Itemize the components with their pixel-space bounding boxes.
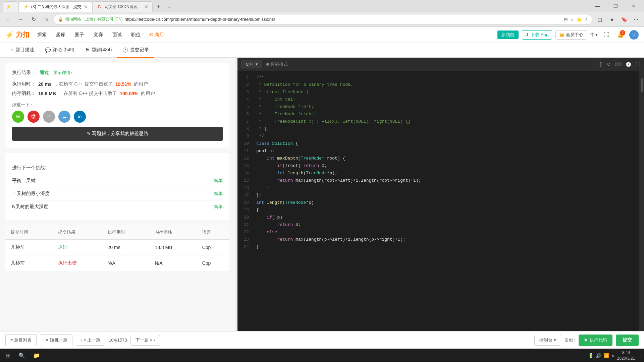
- tab-close-csdn[interactable]: ✕: [144, 4, 148, 9]
- nav-circle[interactable]: 圈子: [73, 32, 86, 38]
- table-row: 几秒前 执行出错 N/A N/A Cpp: [5, 255, 229, 271]
- scroll-thumb[interactable]: [641, 78, 643, 92]
- share-weibo[interactable]: 微: [28, 111, 40, 123]
- sub-mem-2: N/A: [149, 255, 197, 271]
- share-person[interactable]: P: [43, 111, 55, 123]
- lc-logo[interactable]: ⚡ 力扣: [5, 30, 29, 39]
- clock-code-icon[interactable]: 🕐: [626, 62, 631, 67]
- lc-logo-text: 力扣: [16, 30, 29, 39]
- vip-button[interactable]: 👑 会员中心: [555, 30, 587, 40]
- nav-shop[interactable]: 🏷 商店: [149, 32, 164, 38]
- main-content: 执行结果： 通过 显示详情 › 执行用时： 20 ms ，在所有 C++ 提交中…: [0, 58, 644, 331]
- favorites-button[interactable]: ★: [606, 14, 617, 25]
- tab-new-button[interactable]: +: [153, 1, 165, 12]
- refresh-code-icon[interactable]: ↺: [607, 62, 611, 67]
- language-selector[interactable]: C++ ▾: [241, 60, 262, 68]
- chevron-up-icon[interactable]: ∧: [611, 353, 614, 358]
- tab-csdn[interactable]: C 写文章-CSDN博客 ✕: [92, 1, 153, 12]
- crown-icon: 👑: [559, 32, 565, 37]
- challenge-name-3[interactable]: N叉树的最大深度: [12, 204, 48, 210]
- read-mode-icon[interactable]: ⊟: [564, 17, 568, 22]
- fullscreen-icon[interactable]: ⛶: [635, 62, 640, 67]
- nav-job[interactable]: 职位: [130, 32, 142, 38]
- chevron-down-icon: ▾: [256, 62, 258, 67]
- bookmark-icon[interactable]: ☆: [570, 17, 574, 22]
- sidebar-toggle[interactable]: ◫: [594, 14, 605, 25]
- run-code-button[interactable]: ▶ 执行代码: [579, 335, 612, 346]
- nav-interview[interactable]: 面试: [111, 32, 123, 38]
- maximize-button[interactable]: ❐: [608, 0, 623, 12]
- challenge-name-1[interactable]: 平衡二叉树: [12, 178, 36, 184]
- tab-favicon: ⚡: [6, 4, 11, 9]
- smart-mode-toggle[interactable]: 智能模式: [266, 61, 288, 67]
- settings-button[interactable]: ⋯: [631, 14, 641, 25]
- write-solution-button[interactable]: ✎ 写题解，分享我的解题思路: [12, 127, 223, 141]
- collections-button[interactable]: 🔖: [619, 14, 629, 25]
- tab-title-active: (3) 二叉树的最大深度 - 提交: [31, 4, 81, 10]
- nav-problems[interactable]: 题库: [55, 32, 67, 38]
- tab-active[interactable]: ⚡ (3) 二叉树的最大深度 - 提交 ✕: [19, 1, 92, 12]
- tab-comments[interactable]: 💬 评论 (549): [40, 43, 80, 58]
- collections-icon[interactable]: ⭐: [576, 17, 582, 22]
- nav-explore[interactable]: 探索: [36, 32, 48, 38]
- notification-center-icon[interactable]: ☐: [638, 353, 641, 358]
- random-problem-button[interactable]: ✕ 随机一题: [40, 334, 72, 346]
- address-input[interactable]: 🔒 领扣网络（上海）有限公司 [CN] https://leetcode-cn.…: [54, 14, 592, 25]
- share-wechat[interactable]: W: [12, 111, 24, 123]
- terminal-icon[interactable]: ⌨: [615, 62, 622, 67]
- comment-icon: 💬: [45, 47, 51, 53]
- system-clock[interactable]: 8:49 2020/3/21: [617, 350, 635, 361]
- sub-time-1: 几秒前: [5, 240, 53, 255]
- taskbar: ⊞ 🔍 📁 🔋 🔊 📶 ∧ 8:49 2020/3/21 ☐: [0, 349, 644, 362]
- error-link-1[interactable]: 执行出错: [58, 260, 77, 265]
- notification-bell[interactable]: 🔔 3: [615, 29, 626, 40]
- back-button[interactable]: ←: [3, 14, 13, 25]
- prev-problem-button[interactable]: ‹ < 上一题: [76, 335, 106, 346]
- code-content[interactable]: /** * Definition for a binary tree node.…: [252, 71, 639, 331]
- tab-solutions[interactable]: ⚑ 题解(484): [80, 43, 117, 58]
- problem-list-button[interactable]: ≡ 题目列表: [5, 334, 37, 346]
- tab-pinned[interactable]: ⚡: [3, 1, 19, 12]
- chevron-right-icon: ›: [154, 338, 155, 343]
- info-icon[interactable]: i: [595, 62, 596, 67]
- share-icon[interactable]: ↗: [584, 17, 588, 22]
- download-app-button[interactable]: ⬇ 下载 App: [522, 30, 552, 40]
- code-format-icon[interactable]: {}: [600, 62, 603, 67]
- next-problem-button[interactable]: 下一题 > ›: [130, 335, 160, 346]
- submission-table-card: 提交时间 提交结果 执行用时 内存消耗 语言 几秒前 通过 20: [5, 225, 229, 271]
- minimize-button[interactable]: —: [590, 0, 605, 12]
- panel-divider[interactable]: [235, 58, 237, 331]
- volume-icon: 🔊: [596, 353, 601, 358]
- challenge-name-2[interactable]: 二叉树的最小深度: [12, 191, 50, 197]
- home-button[interactable]: ⌂: [41, 14, 52, 25]
- close-button[interactable]: ✕: [626, 0, 641, 12]
- new-feature-button[interactable]: 新功能: [497, 31, 519, 39]
- contribute-button[interactable]: 贡献 i: [565, 337, 576, 343]
- vertical-scrollbar[interactable]: [639, 71, 644, 331]
- start-button[interactable]: ⊞: [3, 349, 14, 362]
- line-numbers: 123456789101112131415161718192021222324: [237, 71, 252, 331]
- nav-contest[interactable]: 竞赛: [92, 32, 104, 38]
- pass-link-1[interactable]: 通过: [58, 244, 67, 250]
- console-button[interactable]: 控制台 ▾: [534, 335, 561, 346]
- user-avatar[interactable]: U: [629, 30, 639, 40]
- result-detail-link[interactable]: 显示详情 ›: [53, 70, 72, 76]
- cortana-button[interactable]: 🔍: [15, 349, 29, 362]
- mem-value: 18.8 MB: [38, 91, 56, 96]
- tab-close-active[interactable]: ✕: [84, 4, 88, 9]
- tab-problem-desc[interactable]: ≡ 题目描述: [5, 43, 40, 58]
- forward-button[interactable]: →: [15, 14, 26, 25]
- share-cloud[interactable]: ☁: [58, 111, 70, 123]
- clock-icon: 🕐: [122, 47, 128, 53]
- tab-favicon-csdn: C: [97, 4, 102, 9]
- file-explorer[interactable]: 📁: [30, 349, 43, 362]
- result-header: 执行结果： 通过 显示详情 ›: [12, 70, 223, 76]
- tab-chevron-button[interactable]: ⌄: [165, 1, 173, 12]
- result-label: 执行结果：: [12, 70, 36, 76]
- share-linkedin[interactable]: in: [74, 111, 86, 123]
- lang-selector[interactable]: 中 ▾: [590, 32, 598, 38]
- refresh-button[interactable]: ↻: [28, 14, 39, 25]
- screen-icon[interactable]: ⛶: [601, 29, 612, 40]
- tab-submissions[interactable]: 🕐 提交记录: [117, 43, 154, 58]
- submit-button[interactable]: 提交: [616, 335, 639, 346]
